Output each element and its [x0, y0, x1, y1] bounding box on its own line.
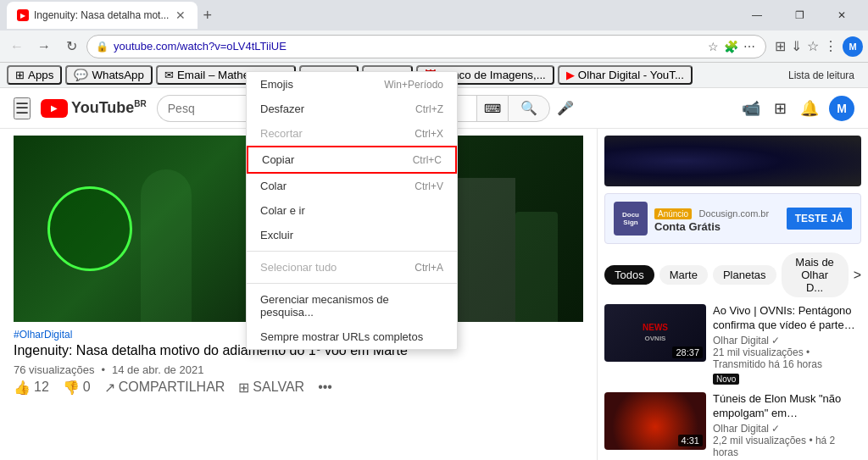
profile-icon[interactable]: ⊞ [773, 36, 787, 57]
active-tab[interactable]: ▶ Ingenuity: Nasa detalha mot... ✕ [7, 2, 198, 29]
ctx-copiar-label: Copiar [262, 153, 294, 166]
filter-arrow-button[interactable]: > [854, 268, 861, 283]
notifications-button[interactable]: 🔔 [797, 96, 822, 121]
ad-content: Anúncio Docusign.com.br Conta Grátis [654, 205, 780, 233]
ctx-emojis-shortcut: Win+Período [384, 79, 443, 91]
sidebar-video-2[interactable]: 4:31 Túneis de Elon Musk "não empolgam" … [604, 392, 861, 460]
search-button[interactable]: 🔍 [508, 95, 550, 122]
ctx-sempre-mostrar[interactable]: Sempre mostrar URLs completos [247, 324, 457, 349]
dislike-icon: 👎 [63, 380, 80, 396]
sv-duration-1: 28:37 [672, 346, 703, 358]
ctx-colar-ir[interactable]: Colar e ir [247, 198, 457, 223]
sv-info-2: Túneis de Elon Musk "não empolgam" em ap… [713, 392, 861, 460]
ctx-excluir[interactable]: Excluir [247, 223, 457, 247]
back-button[interactable]: ← [5, 35, 29, 58]
lock-icon: 🔒 [96, 41, 108, 53]
ctx-emojis-label: Emojis [260, 78, 293, 91]
whatsapp-label: WhatsApp [92, 69, 144, 81]
sv-title-1: Ao Vivo | OVNIs: Pentágono confirma que … [713, 304, 861, 333]
bookmark-icon[interactable]: ☆ [706, 38, 721, 55]
star-btn[interactable]: ☆ [805, 36, 821, 57]
yt-header-actions: 📹 ⊞ 🔔 M [738, 96, 854, 121]
filter-all[interactable]: Todos [604, 265, 654, 285]
olhar-label: Olhar Digital - YouT... [578, 69, 684, 81]
bookmark-apps[interactable]: ⊞ Apps [7, 65, 62, 85]
ctx-emojis[interactable]: Emojis Win+Período [247, 72, 457, 97]
ad-url: Docusign.com.br [699, 208, 770, 219]
ctx-gerenciar[interactable]: Gerenciar mecanismos de pesquisa... [247, 287, 457, 324]
video-views: 76 visualizações [14, 363, 94, 376]
ctx-selecionar-tudo: Selecionar tudo Ctrl+A [247, 255, 457, 280]
ad-cta-button[interactable]: TESTE JÁ [787, 208, 852, 230]
video-date: 14 de abr. de 2021 [112, 363, 203, 376]
forward-button[interactable]: → [32, 35, 56, 58]
ctx-colar-shortcut: Ctrl+V [415, 180, 443, 192]
ctx-desfazer[interactable]: Desfazer Ctrl+Z [247, 97, 457, 121]
voice-search-button[interactable]: 🎤 [550, 95, 581, 122]
sv-thumb-2: 4:31 [604, 392, 706, 450]
save-button[interactable]: ⊞ SALVAR [238, 380, 304, 396]
yt-logo-text: YouTubeBR [71, 99, 147, 117]
docusign-logo: DocuSign [614, 202, 648, 236]
yt-user-avatar[interactable]: M [829, 96, 854, 121]
sv-info-1: Ao Vivo | OVNIs: Pentágono confirma que … [713, 304, 861, 385]
ctx-divider-1 [247, 251, 457, 252]
share-button[interactable]: ↗ COMPARTILHAR [104, 380, 225, 396]
video-meta: 76 visualizações • 14 de abr. de 2021 [14, 363, 583, 376]
like-icon: 👍 [14, 380, 31, 396]
sidebar-ad: DocuSign Anúncio Docusign.com.br Conta G… [604, 193, 861, 244]
ctx-desfazer-label: Desfazer [260, 103, 304, 115]
browser-avatar[interactable]: M [843, 36, 863, 57]
ctx-copiar[interactable]: Copiar Ctrl+C [247, 146, 457, 174]
sidebar-top-image [604, 136, 861, 186]
sv-title-2: Túneis de Elon Musk "não empolgam" em ap… [713, 392, 861, 421]
ctx-recortar: Recortar Ctrl+X [247, 121, 457, 146]
bookmark-whatsapp[interactable]: 💬 WhatsApp [65, 65, 153, 85]
extensions-icon[interactable]: 🧩 [722, 38, 740, 55]
reading-list[interactable]: Lista de leitura [782, 68, 861, 83]
sv-badge-1: Novo [713, 374, 739, 385]
restore-button[interactable]: ❐ [780, 3, 819, 27]
context-menu: Emojis Win+Período Desfazer Ctrl+Z Recor… [246, 71, 458, 350]
filter-more[interactable]: Mais de Olhar D... [782, 252, 849, 297]
share-icon: ↗ [104, 380, 115, 396]
apps-grid-button[interactable]: ⊞ [771, 96, 790, 121]
tab-favicon: ▶ [17, 9, 29, 21]
keyboard-icon[interactable]: ⌨ [476, 95, 508, 122]
browser-titlebar: ▶ Ingenuity: Nasa detalha mot... ✕ + — ❐… [0, 0, 868, 30]
ctx-selecionar-shortcut: Ctrl+A [415, 262, 443, 274]
address-box[interactable]: 🔒 youtube.com/watch?v=oLV4tLTiiUE ☆ 🧩 ⋯ [86, 35, 766, 58]
email-icon: ✉ [164, 69, 174, 81]
hamburger-menu[interactable]: ☰ [14, 97, 31, 119]
sv-thumb-1: NEWSOVNIS 28:37 [604, 304, 706, 362]
filter-mars[interactable]: Marte [659, 265, 708, 285]
settings-icon[interactable]: ⋯ [742, 38, 757, 55]
address-text: youtube.com/watch?v=oLV4tLTiiUE [114, 40, 701, 53]
video-separator: • [101, 363, 105, 376]
minimize-button[interactable]: — [737, 3, 776, 27]
more-options-button[interactable]: ••• [318, 380, 332, 395]
tab-close-button[interactable]: ✕ [174, 7, 187, 24]
like-button[interactable]: 👍 12 [14, 380, 49, 396]
close-button[interactable]: ✕ [822, 3, 861, 27]
extensions-btn[interactable]: ⇓ [789, 36, 804, 57]
ctx-desfazer-shortcut: Ctrl+Z [415, 103, 443, 115]
bookmark-olhar[interactable]: ▶ Olhar Digital - YouT... [558, 65, 693, 85]
apps-label: Apps [28, 69, 53, 81]
ctx-gerenciar-label: Gerenciar mecanismos de pesquisa... [260, 293, 443, 319]
sidebar-video-1[interactable]: NEWSOVNIS 28:37 Ao Vivo | OVNIs: Pentágo… [604, 304, 861, 385]
yt-sidebar: DocuSign Anúncio Docusign.com.br Conta G… [597, 129, 868, 460]
yt-logo[interactable]: YouTubeBR [41, 99, 147, 118]
filter-planets[interactable]: Planetas [713, 265, 776, 285]
ctx-colar[interactable]: Colar Ctrl+V [247, 174, 457, 198]
reload-button[interactable]: ↻ [59, 35, 83, 58]
olhar-icon: ▶ [566, 69, 575, 81]
more-btn[interactable]: ⋮ [822, 36, 839, 57]
create-video-button[interactable]: 📹 [738, 96, 764, 121]
dislike-button[interactable]: 👎 0 [63, 380, 91, 396]
reading-list-label: Lista de leitura [788, 69, 854, 81]
sidebar-filters: Todos Marte Planetas Mais de Olhar D... … [604, 252, 861, 297]
ctx-copiar-shortcut: Ctrl+C [413, 154, 442, 166]
video-circle-prop [47, 186, 132, 271]
new-tab-button[interactable]: + [198, 7, 217, 25]
